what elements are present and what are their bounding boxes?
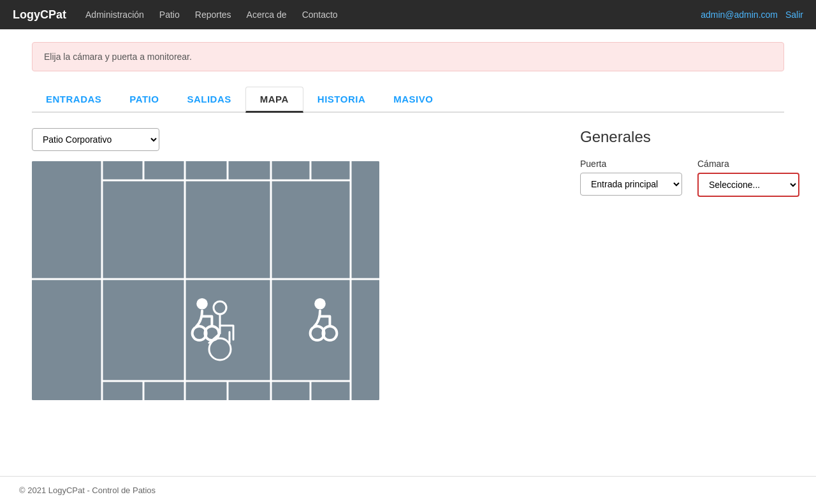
generales-form: Puerta Entrada principal Salida principa… xyxy=(580,159,784,197)
alert-message: Elija la cámara y puerta a monitorear. xyxy=(44,52,192,62)
nav-administracion[interactable]: Administración xyxy=(85,10,144,20)
left-panel: Patio Corporativo Patio Norte Patio Sur xyxy=(32,128,555,400)
tab-patio[interactable]: PATIO xyxy=(115,87,173,113)
nav-acerca-de[interactable]: Acerca de xyxy=(247,10,287,20)
generales-title: Generales xyxy=(580,128,784,146)
tabs-bar: ENTRADAS PATIO SALIDAS MAPA HISTORIA MAS… xyxy=(32,87,784,113)
logout-link[interactable]: Salir xyxy=(785,10,803,20)
nav-reportes[interactable]: Reportes xyxy=(195,10,231,20)
patio-select-wrapper: Patio Corporativo Patio Norte Patio Sur xyxy=(32,128,555,151)
nav-patio[interactable]: Patio xyxy=(159,10,180,20)
patio-dropdown[interactable]: Patio Corporativo Patio Norte Patio Sur xyxy=(32,128,159,151)
tab-masivo[interactable]: MASIVO xyxy=(379,87,447,113)
nav-links: Administración Patio Reportes Acerca de … xyxy=(85,10,701,20)
content-row: Patio Corporativo Patio Norte Patio Sur xyxy=(32,128,784,400)
puerta-group: Puerta Entrada principal Salida principa… xyxy=(580,159,682,197)
right-panel: Generales Puerta Entrada principal Salid… xyxy=(580,128,784,400)
parking-svg xyxy=(32,161,379,400)
main-content: Elija la cámara y puerta a monitorear. E… xyxy=(13,29,803,413)
puerta-select[interactable]: Entrada principal Salida principal Entra… xyxy=(580,173,682,196)
nav-contacto[interactable]: Contacto xyxy=(302,10,338,20)
svg-point-22 xyxy=(196,298,208,310)
tab-salidas[interactable]: SALIDAS xyxy=(173,87,245,113)
footer-text: © 2021 LogyCPat - Control de Patios xyxy=(19,486,156,495)
puerta-label: Puerta xyxy=(580,159,682,169)
svg-point-25 xyxy=(314,298,326,310)
tab-entradas[interactable]: ENTRADAS xyxy=(32,87,115,113)
footer: © 2021 LogyCPat - Control de Patios xyxy=(0,476,816,504)
camara-select[interactable]: Seleccione... Cámara 1 Cámara 2 Cámara 3 xyxy=(697,173,799,197)
user-section: admin@admin.com Salir xyxy=(701,10,803,20)
brand-logo: LogyCPat xyxy=(13,8,66,22)
parking-map xyxy=(32,161,379,400)
svg-rect-0 xyxy=(32,161,379,400)
tab-historia[interactable]: HISTORIA xyxy=(303,87,379,113)
camara-label: Cámara xyxy=(697,159,799,169)
alert-banner: Elija la cámara y puerta a monitorear. xyxy=(32,42,784,71)
tab-mapa[interactable]: MAPA xyxy=(245,87,303,113)
user-email: admin@admin.com xyxy=(701,10,778,20)
navbar: LogyCPat Administración Patio Reportes A… xyxy=(0,0,816,29)
camara-group: Cámara Seleccione... Cámara 1 Cámara 2 C… xyxy=(697,159,799,197)
